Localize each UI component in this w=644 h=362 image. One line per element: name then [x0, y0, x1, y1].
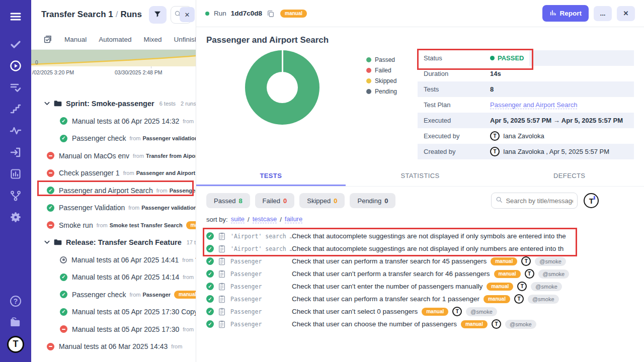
report-button[interactable]: Report — [542, 5, 589, 22]
manual-badge: manual — [461, 320, 488, 328]
run-info-table: Status PASSED Duration 14s Tests 8 Test … — [418, 50, 634, 159]
tree-row[interactable]: Manual tests at 05 Apr 2025 17:30 Copy f… — [31, 303, 196, 321]
smoke-tag[interactable]: @smoke — [535, 257, 566, 266]
status-filter-chip[interactable]: Pending 0 — [350, 193, 395, 208]
tree-row[interactable]: Passenger and Airport Search from Passen… — [31, 182, 196, 200]
panel-close-button[interactable]: ✕ — [180, 7, 195, 22]
run-title: Passenger check — [72, 134, 126, 142]
help-icon[interactable]: ? — [6, 290, 26, 312]
test-title: Check that user can't select 0 passenger… — [292, 308, 418, 315]
from-label: from — [129, 292, 140, 298]
pulse-icon[interactable] — [6, 120, 26, 141]
test-plan-link[interactable]: Passenger and Airport Search — [490, 101, 577, 109]
test-row[interactable]: Passenger Check that user can choose the… — [206, 318, 644, 330]
from-label: from — [183, 118, 194, 124]
test-row[interactable]: Passenger Check that user can perform a … — [206, 255, 644, 267]
test-list: 'Airport' search … Check that autocomple… — [206, 230, 644, 330]
legend-label: Pending — [375, 88, 397, 95]
test-row[interactable]: 'Airport' search … Check that autocomple… — [206, 242, 644, 255]
executor-avatar[interactable]: T — [525, 269, 534, 279]
folder-icon — [54, 100, 62, 107]
executor-avatar[interactable]: T — [492, 319, 501, 329]
executor-avatar[interactable]: T — [452, 307, 462, 316]
user-avatar-button[interactable]: T — [584, 193, 599, 208]
test-runs-icon[interactable] — [6, 76, 26, 98]
run-summary: 100.0% Passed Failed Skipped Pending — [196, 47, 644, 159]
runs-tab[interactable]: Manual — [64, 36, 87, 43]
runs-tab[interactable]: Automated — [99, 36, 131, 43]
smoke-tag[interactable]: @smoke — [505, 320, 536, 329]
run-title: Passenger and Airport Search — [59, 187, 153, 195]
menu-icon[interactable] — [6, 7, 26, 26]
chevron-down-icon[interactable] — [44, 102, 50, 106]
tree-row[interactable]: Manual tests at 05 Apr 2025 17:30 from T… — [31, 321, 196, 338]
test-search-input[interactable] — [506, 197, 573, 205]
legend-item: Failed — [366, 67, 417, 74]
tree-row[interactable]: Passenger check from Passenger manual 6 — [31, 286, 196, 304]
tree-row[interactable]: Sprint: Smoke-passenger 6 tests 2 runs — [31, 95, 196, 113]
tab-defects[interactable]: DEFECTS — [495, 167, 644, 186]
executor-avatar[interactable]: T — [514, 294, 524, 304]
tree-row[interactable]: Manual tests at 06 Apr 2025 14:14 from P… — [31, 268, 196, 286]
sort-by-suite[interactable]: suite — [231, 215, 245, 223]
smoke-tag[interactable]: @smoke — [531, 282, 562, 291]
tree-row[interactable]: Manual tests at 06 Mar 2025 14:43 from — [31, 338, 196, 355]
chevron-down-icon[interactable] — [44, 240, 50, 244]
tree-row[interactable]: Smoke run from Smoke test Transfer Searc… — [31, 217, 196, 234]
analytics-icon[interactable] — [6, 163, 26, 185]
select-all-icon[interactable] — [43, 35, 52, 44]
runs-tree: Sprint: Smoke-passenger 6 tests 2 runs M… — [31, 78, 196, 355]
tree-row[interactable]: Passenger check from Passenger validatio… — [31, 130, 196, 147]
test-row[interactable]: Passenger Check that user can't enter th… — [206, 280, 644, 293]
status-filter-chip[interactable]: Failed 0 — [255, 193, 295, 208]
tree-row[interactable]: Manual tests at 06 Apr 2025 14:41 from T… — [31, 251, 196, 269]
branch-icon[interactable] — [6, 185, 26, 206]
test-row[interactable]: Passenger Check that user can perform a … — [206, 293, 644, 305]
legend-item: Pending — [366, 88, 417, 95]
test-rows: 'Airport' search … Check that autocomple… — [206, 230, 644, 330]
filter-button[interactable] — [149, 6, 167, 24]
play-circle-icon[interactable] — [6, 55, 26, 76]
from-label: from — [183, 274, 194, 280]
tree-row[interactable]: Manual on MacOs env from Transfer from A… — [31, 147, 196, 165]
test-row[interactable]: 'Airport' search … Check that autocomple… — [206, 230, 644, 242]
manual-badge: manual — [280, 10, 307, 18]
runs-tab[interactable]: Unfinished — [174, 36, 196, 43]
check-icon[interactable] — [6, 33, 26, 55]
tree-row[interactable]: Passenger Validation from Passenger vali… — [31, 199, 196, 217]
projects-folder-icon[interactable] — [6, 312, 26, 333]
chip-count: 8 — [238, 197, 242, 205]
testomat-logo[interactable]: T — [6, 333, 26, 355]
executor-avatar[interactable]: T — [517, 282, 527, 291]
tree-row[interactable]: Release: Transfer Search Feature 17 test… — [31, 234, 196, 251]
test-search[interactable] — [491, 193, 578, 209]
test-row[interactable]: Passenger Check that user can't select 0… — [206, 305, 644, 318]
project-name[interactable]: Transfer Search 1 — [41, 10, 113, 19]
status-filter-chip[interactable]: Passed 8 — [206, 193, 250, 208]
runs-tab[interactable]: Mixed — [144, 36, 162, 43]
executor-avatar[interactable]: T — [521, 256, 531, 266]
test-row[interactable]: Passenger Check that user can't perform … — [206, 267, 644, 280]
tree-row[interactable]: Check passenger 1 from Passenger and Air… — [31, 164, 196, 182]
smoke-tag[interactable]: @smoke — [538, 269, 570, 279]
run-status-icon — [47, 152, 54, 159]
legend-label: Skipped — [375, 77, 396, 84]
tab-statistics[interactable]: STATISTICS — [346, 167, 495, 186]
status-filter-chip[interactable]: Skipped 0 — [299, 193, 345, 208]
smoke-tag[interactable]: @smoke — [528, 295, 559, 304]
sort-by-failure[interactable]: failure — [285, 215, 302, 223]
created-by-name: Iana Zavoloka , Apr 5, 2025 5:57 PM — [503, 148, 609, 155]
tab-tests[interactable]: TESTS — [196, 167, 346, 186]
more-button[interactable]: ... — [594, 6, 612, 21]
steps-icon[interactable] — [6, 98, 26, 120]
sort-by-testcase[interactable]: testcase — [253, 215, 277, 223]
smoke-tag[interactable]: @smoke — [466, 307, 497, 316]
tree-row[interactable]: Manual tests at 06 Apr 2025 14:32 from P… — [31, 113, 196, 130]
import-icon[interactable] — [6, 141, 26, 163]
settings-gear-icon[interactable] — [6, 206, 26, 228]
run-header: Run 1dd7c0d8 manual Report ... ✕ — [196, 0, 644, 27]
copy-icon[interactable] — [267, 10, 275, 18]
search-icon — [496, 196, 503, 205]
status-badge: PASSED — [490, 54, 524, 62]
close-run-button[interactable]: ✕ — [617, 6, 635, 21]
